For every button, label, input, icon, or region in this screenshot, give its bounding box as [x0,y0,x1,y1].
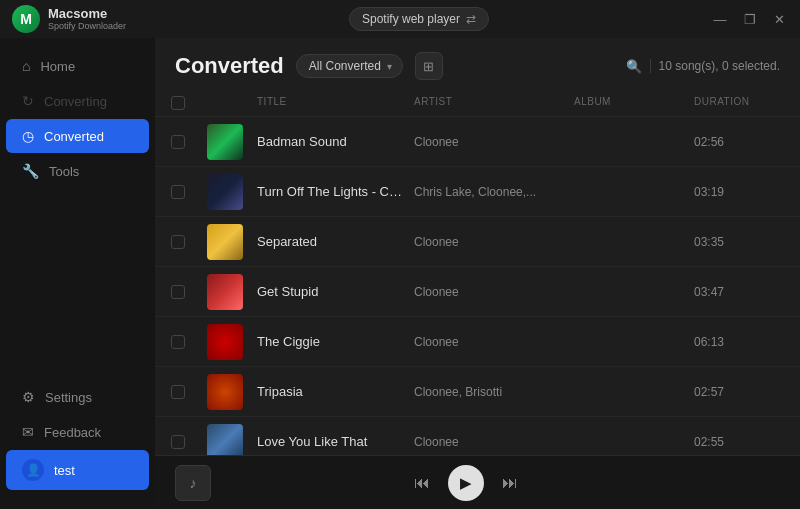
row-checkbox [171,185,207,199]
track-artist: Chris Lake, Cloonee,... [414,185,574,199]
track-title: Tripasia [257,384,414,399]
track-artist: Cloonee [414,285,574,299]
col-title-header: TITLE [257,96,414,110]
username-label: test [54,463,75,478]
track-checkbox[interactable] [171,435,185,449]
tools-icon: 🔧 [22,163,39,179]
app-logo: M [12,5,40,33]
song-count: 10 song(s), 0 selected. [659,59,780,73]
sidebar-item-converting: ↻ Converting [6,84,149,118]
sidebar-item-label: Feedback [44,425,101,440]
next-button[interactable]: ⏭ [502,474,518,492]
track-artist: Cloonee, Brisotti [414,385,574,399]
track-checkbox[interactable] [171,135,185,149]
sidebar: ⌂ Home ↻ Converting ◷ Converted 🔧 Tools … [0,38,155,509]
sidebar-bottom: ⚙ Settings ✉ Feedback 👤 test [0,379,155,499]
track-checkbox[interactable] [171,385,185,399]
track-artist: Cloonee [414,435,574,449]
filter-dropdown[interactable]: All Converted ▾ [296,54,403,78]
previous-button[interactable]: ⏮ [414,474,430,492]
track-thumbnail [207,124,243,160]
app-subtitle: Spotify Downloader [48,21,126,32]
track-duration: 03:47 [694,285,784,299]
titlebar-center: Spotify web player ⇄ [349,7,489,31]
converting-icon: ↻ [22,93,34,109]
col-thumb-header [207,96,257,110]
restore-button[interactable]: ❐ [742,11,758,27]
row-checkbox [171,435,207,449]
track-title: Badman Sound [257,134,414,149]
app-branding: M Macsome Spotify Downloader [12,5,126,33]
track-duration: 03:19 [694,185,784,199]
track-title: Turn Off The Lights - Cloone... [257,184,414,199]
tracks-list: Badman Sound Cloonee 02:56 Turn Off The … [155,117,800,455]
track-checkbox[interactable] [171,285,185,299]
sidebar-item-converted[interactable]: ◷ Converted [6,119,149,153]
row-checkbox [171,335,207,349]
track-thumbnail [207,374,243,410]
table-row[interactable]: The Ciggie Cloonee 06:13 [155,317,800,367]
content-header: Converted All Converted ▾ ⊞ 🔍 10 song(s)… [155,38,800,90]
table-header-row: TITLE ARTIST ALBUM DURATION [155,90,800,117]
converted-icon: ◷ [22,128,34,144]
row-checkbox [171,285,207,299]
filter-label: All Converted [309,59,381,73]
minimize-button[interactable]: — [712,11,728,27]
table-row[interactable]: Turn Off The Lights - Cloone... Chris La… [155,167,800,217]
track-checkbox[interactable] [171,335,185,349]
track-duration: 06:13 [694,335,784,349]
sidebar-item-home[interactable]: ⌂ Home [6,49,149,83]
row-checkbox [171,235,207,249]
sidebar-item-label: Home [40,59,75,74]
user-profile[interactable]: 👤 test [6,450,149,490]
track-title: Love You Like That [257,434,414,449]
select-all-checkbox[interactable] [171,96,185,110]
player-source-label: Spotify web player [362,12,460,26]
sidebar-item-settings[interactable]: ⚙ Settings [6,380,149,414]
track-checkbox[interactable] [171,235,185,249]
window-controls: — ❐ ✕ [712,11,788,27]
header-left: Converted All Converted ▾ ⊞ [175,52,443,80]
add-track-icon: ♪ [190,475,197,491]
page-title: Converted [175,53,284,79]
player-left: ♪ [175,465,211,501]
player-bar: ♪ ⏮ ▶ ⏭ [155,455,800,509]
divider [650,59,651,73]
close-button[interactable]: ✕ [772,11,788,27]
track-artist: Cloonee [414,335,574,349]
add-track-button[interactable]: ♪ [175,465,211,501]
track-title: Separated [257,234,414,249]
play-button[interactable]: ▶ [448,465,484,501]
avatar: 👤 [22,459,44,481]
track-artist: Cloonee [414,235,574,249]
player-source-selector[interactable]: Spotify web player ⇄ [349,7,489,31]
track-duration: 03:35 [694,235,784,249]
sidebar-item-feedback[interactable]: ✉ Feedback [6,415,149,449]
main-layout: ⌂ Home ↻ Converting ◷ Converted 🔧 Tools … [0,38,800,509]
table-row[interactable]: Get Stupid Cloonee 03:47 [155,267,800,317]
table-row[interactable]: Badman Sound Cloonee 02:56 [155,117,800,167]
sidebar-item-label: Settings [45,390,92,405]
track-thumbnail [207,324,243,360]
header-right: 🔍 10 song(s), 0 selected. [626,59,780,74]
grid-view-button[interactable]: ⊞ [415,52,443,80]
col-artist-header: ARTIST [414,96,574,110]
col-album-header: ALBUM [574,96,694,110]
track-duration: 02:57 [694,385,784,399]
chevron-down-icon: ▾ [387,61,392,72]
search-icon[interactable]: 🔍 [626,59,642,74]
feedback-icon: ✉ [22,424,34,440]
track-thumbnail [207,424,243,456]
track-checkbox[interactable] [171,185,185,199]
col-checkbox-header [171,96,207,110]
player-controls: ⏮ ▶ ⏭ [414,465,518,501]
table-row[interactable]: Separated Cloonee 03:35 [155,217,800,267]
table-row[interactable]: Love You Like That Cloonee 02:55 [155,417,800,455]
main-content: Converted All Converted ▾ ⊞ 🔍 10 song(s)… [155,38,800,509]
track-title: The Ciggie [257,334,414,349]
sidebar-item-tools[interactable]: 🔧 Tools [6,154,149,188]
sidebar-item-label: Converting [44,94,107,109]
home-icon: ⌂ [22,58,30,74]
track-thumbnail [207,174,243,210]
table-row[interactable]: Tripasia Cloonee, Brisotti 02:57 [155,367,800,417]
